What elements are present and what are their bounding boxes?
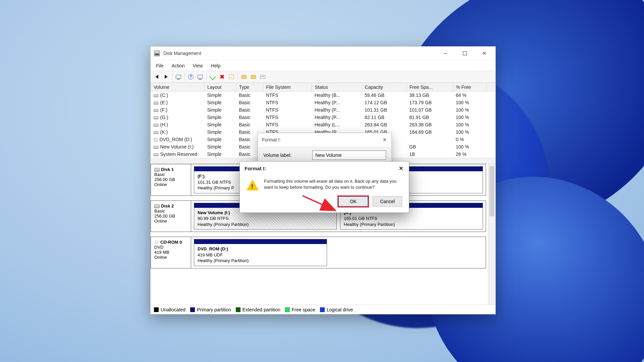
format-confirm-dialog: Format I: ✕ Formatting this volume will … xyxy=(239,161,409,213)
cdrom-icon xyxy=(154,138,158,142)
hdd-icon xyxy=(154,102,158,105)
hdd-icon xyxy=(154,109,158,112)
column-header[interactable]: Capacity xyxy=(362,83,407,92)
column-header[interactable]: Type xyxy=(236,83,263,92)
column-header[interactable]: Free Spa... xyxy=(407,83,453,92)
column-header[interactable]: % Free xyxy=(453,83,487,92)
toolbar-refresh-button[interactable] xyxy=(196,73,204,81)
legend-item: Logical drive xyxy=(320,307,353,312)
format-dialog-close-button[interactable]: ✕ xyxy=(380,135,389,144)
menu-file[interactable]: File xyxy=(152,62,168,70)
toolbar: ? ✖ ✓ xyxy=(151,71,495,83)
legend-swatch-icon xyxy=(154,307,159,312)
hdd-icon xyxy=(154,153,158,156)
legend-swatch-icon xyxy=(320,307,325,312)
menu-action[interactable]: Action xyxy=(168,62,189,70)
help-icon: ? xyxy=(188,74,194,79)
toolbar-help-button[interactable]: ? xyxy=(187,73,195,81)
toolbar-forward-button[interactable] xyxy=(162,73,170,81)
hdd-icon xyxy=(154,146,158,149)
confirm-dialog-title: Format I: xyxy=(245,166,266,171)
legend-item: Free space xyxy=(285,307,315,312)
volume-label-input[interactable] xyxy=(312,150,386,160)
warning-icon xyxy=(247,180,259,190)
menubar: File Action View Help xyxy=(151,60,495,71)
table-row[interactable]: (G:)SimpleBasicNTFSHealthy (P...82.11 GB… xyxy=(151,114,496,121)
pen-icon xyxy=(209,73,216,80)
disk-row: CD-ROM 0DVD419 MBOnlineDVD_ROM (D:)419 M… xyxy=(151,237,486,268)
toolbar-back-button[interactable] xyxy=(153,73,161,81)
disk-header[interactable]: CD-ROM 0DVD419 MBOnline xyxy=(151,237,191,268)
vertical-scrollbar[interactable] xyxy=(488,164,495,305)
x-icon: ✖ xyxy=(220,74,224,80)
hdd-icon xyxy=(154,116,158,119)
cancel-button[interactable]: Cancel xyxy=(373,196,402,206)
titlebar[interactable]: Disk Management ─ ✕ xyxy=(151,47,495,60)
legend-item: Extended partition xyxy=(236,307,280,312)
legend-item: Primary partition xyxy=(190,307,231,312)
table-row[interactable]: (H:)SimpleBasicNTFSHealthy (L...263.84 G… xyxy=(151,121,496,128)
toolbar-rescan-button[interactable] xyxy=(209,73,217,81)
hdd-icon xyxy=(154,204,160,208)
toolbar-delete-button[interactable]: ✖ xyxy=(218,73,226,81)
window-maximize-button[interactable] xyxy=(455,47,475,60)
arrow-right-icon xyxy=(165,75,168,79)
hdd-icon xyxy=(154,131,158,134)
window-title: Disk Management xyxy=(163,51,201,56)
monitor-icon xyxy=(176,75,181,79)
volume-label-label: Volume label: xyxy=(263,153,306,158)
confirm-dialog-message: Formatting this volume will erase all da… xyxy=(264,178,402,190)
refresh-icon xyxy=(198,75,203,79)
toolbar-folder-button[interactable] xyxy=(240,73,248,81)
column-header[interactable]: Status xyxy=(312,83,362,92)
hdd-icon xyxy=(154,124,158,127)
arrow-left-icon xyxy=(155,75,158,79)
ok-button[interactable]: OK xyxy=(338,196,368,206)
hdd-icon xyxy=(154,168,160,172)
table-row[interactable]: (F:)SimpleBasicNTFSHealthy (P...101.31 G… xyxy=(151,106,496,114)
toolbar-properties-button[interactable] xyxy=(259,73,267,81)
window-minimize-button[interactable]: ─ xyxy=(436,47,455,60)
column-header[interactable]: Layout xyxy=(205,83,236,92)
legend-swatch-icon xyxy=(236,307,240,312)
toolbar-show-hide-button[interactable] xyxy=(174,73,182,81)
column-header[interactable]: File System xyxy=(263,83,312,92)
format-dialog-title: Format I: xyxy=(262,137,281,142)
disk-header[interactable]: Disk 1Basic256.00 GBOnline xyxy=(151,164,191,195)
confirm-dialog-close-button[interactable]: ✕ xyxy=(395,164,406,173)
folder-icon xyxy=(241,75,247,79)
window-close-button[interactable]: ✕ xyxy=(475,47,494,60)
column-header[interactable]: Volume xyxy=(151,83,205,92)
properties-icon xyxy=(260,75,265,79)
menu-view[interactable]: View xyxy=(189,62,207,70)
menu-help[interactable]: Help xyxy=(207,62,225,70)
check-icon: ✓ xyxy=(229,74,234,79)
table-row[interactable]: (E:)SimpleBasicNTFSHealthy (P...174.12 G… xyxy=(151,99,496,106)
hdd-icon xyxy=(154,94,158,97)
disk-header[interactable]: Disk 2Basic256.00 GBOnline xyxy=(151,201,191,232)
format-volume-dialog: Format I: ✕ Volume label: xyxy=(258,133,392,164)
app-icon xyxy=(154,50,160,56)
legend-swatch-icon xyxy=(285,307,290,312)
partition-block[interactable]: DVD_ROM (D:)419 MB UDFHealthy (Primary P… xyxy=(194,239,327,266)
cdrom-icon xyxy=(154,240,159,245)
legend-swatch-icon xyxy=(190,307,195,312)
toolbar-check-button[interactable]: ✓ xyxy=(227,73,235,81)
table-row[interactable]: (C:)SimpleBasicNTFSHealthy (B...59.46 GB… xyxy=(151,92,496,99)
folder-icon xyxy=(251,75,256,79)
legend-item: Unallocated xyxy=(154,307,185,312)
toolbar-folder2-button[interactable] xyxy=(249,73,257,81)
legend: UnallocatedPrimary partitionExtended par… xyxy=(151,305,495,314)
